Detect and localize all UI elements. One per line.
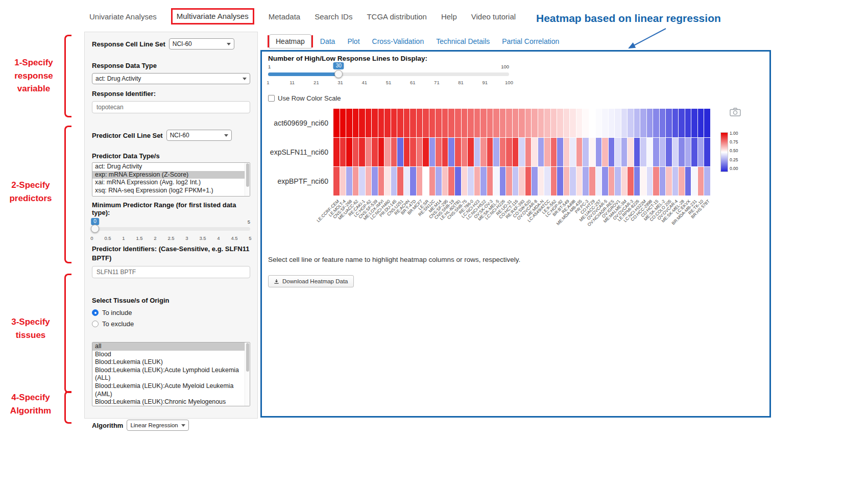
tissue-exclude-radio-row[interactable]: To exclude — [92, 320, 250, 328]
predictor-data-types-listbox[interactable]: act: Drug Activityexp: mRNA Expression (… — [92, 162, 250, 197]
heatmap-cell — [513, 109, 519, 137]
heatmap-cell — [698, 138, 704, 166]
predictor-data-type-option[interactable]: exp: mRNA Expression (Z-Score) — [92, 171, 250, 179]
heatmap-cell — [436, 138, 442, 166]
slider-tick-label: 1.5 — [136, 235, 142, 241]
include-radio-label: To include — [102, 309, 132, 316]
scrollbar-thumb[interactable] — [246, 163, 249, 187]
algorithm-select[interactable]: Linear Regression — [127, 420, 189, 431]
tab-plot[interactable]: Plot — [342, 35, 365, 48]
heatmap-cell — [480, 138, 487, 166]
heatmap-cell — [647, 167, 653, 196]
tissue-option[interactable]: all — [92, 343, 250, 351]
row-color-scale-checkbox[interactable] — [268, 95, 275, 102]
camera-icon[interactable] — [730, 108, 741, 116]
nav-item-tcga-distribution[interactable]: TCGA distribution — [367, 12, 427, 21]
tab-data[interactable]: Data — [315, 35, 341, 48]
heatmap-row-label-act609699-nci60[interactable]: act609699_nci60 — [274, 119, 328, 127]
heatmap-cell — [468, 138, 474, 166]
heatmap-cell — [525, 109, 532, 137]
heatmap-cell — [462, 138, 468, 166]
download-icon — [274, 279, 279, 284]
slider-tick-label: 2 — [154, 235, 156, 241]
heatmap-cell — [384, 109, 391, 137]
heatmap-cell — [366, 138, 372, 166]
tab-technical-details[interactable]: Technical Details — [431, 35, 495, 48]
nav-item-video-tutorial[interactable]: Video tutorial — [471, 12, 516, 21]
heatmap-cell — [423, 138, 429, 166]
tissue-listbox[interactable]: allBloodBlood:Leukemia (LEUK)Blood:Leuke… — [92, 342, 250, 406]
heatmap-cell — [691, 109, 697, 137]
tab-heatmap[interactable]: Heatmap — [269, 34, 311, 48]
predictor-data-type-option[interactable]: act: Drug Activity — [92, 163, 250, 171]
heatmap-cell — [404, 167, 410, 196]
predictor-data-type-option[interactable]: xsq: RNA-seq Expression (log2 FPKM+1.) — [92, 187, 250, 195]
scrollbar[interactable] — [245, 343, 250, 406]
annotation-bracket-1 — [64, 35, 71, 117]
slider-handle[interactable] — [334, 70, 343, 78]
min-predictor-range-slider[interactable]: 0 5 00.511.522.533.544.55 — [92, 218, 250, 242]
heatmap-row-label-expslfn11-nci60[interactable]: expSLFN11_nci60 — [270, 148, 328, 156]
legend-tick-label: 0.25 — [730, 157, 738, 162]
response-identifier-input[interactable] — [92, 101, 250, 113]
chevron-down-icon — [224, 134, 228, 139]
heatmap-cell — [506, 138, 512, 166]
heatmap-cell — [340, 138, 346, 166]
exclude-radio-label: To exclude — [102, 320, 134, 328]
tissue-option[interactable]: Blood:Leukemia (LEUK) — [92, 358, 250, 367]
tissue-option[interactable]: Blood — [92, 351, 250, 359]
lines-slider-label: Number of High/Low Response Lines to Dis… — [268, 55, 427, 62]
nav-item-metadata[interactable]: Metadata — [269, 12, 301, 21]
heatmap-cell — [532, 109, 538, 137]
row-color-scale-row[interactable]: Use Row Color Scale — [268, 94, 341, 102]
tab-cross-validation[interactable]: Cross-Validation — [367, 35, 429, 48]
heatmap-cell — [666, 109, 672, 137]
annotation-bracket-4 — [64, 391, 71, 424]
tissue-option[interactable]: Blood:Leukemia (LEUK):Chronic Myelogenou… — [92, 398, 250, 406]
slider-tick-label: 0 — [90, 235, 93, 241]
heatmap-cell — [417, 167, 423, 196]
exclude-radio[interactable] — [92, 321, 99, 327]
heatmap-cell — [576, 167, 583, 196]
predictor-cell-line-set-select[interactable]: NCI-60 — [166, 130, 232, 141]
heatmap-row-label-expbptf-nci60[interactable]: expBPTF_nci60 — [277, 177, 328, 185]
heatmap-cell — [474, 109, 480, 137]
download-heatmap-data-button[interactable]: Download Heatmap Data — [268, 275, 354, 287]
tissue-include-radio-row[interactable]: To include — [92, 309, 250, 316]
slider-track[interactable] — [92, 227, 250, 231]
include-radio[interactable] — [92, 309, 99, 316]
tissue-option[interactable]: Blood:Leukemia (LEUK):Acute Myeloid Leuk… — [92, 382, 250, 398]
heatmap-cell — [634, 138, 640, 166]
annotation-arrow-icon — [618, 27, 674, 52]
min-predictor-range-label: Minimum Predictor Range (for first liste… — [92, 201, 250, 216]
heatmap-cell — [353, 109, 359, 137]
predictor-identifiers-input[interactable] — [92, 266, 250, 278]
annotation-bracket-3 — [64, 274, 71, 393]
heatmap-cell — [455, 138, 461, 166]
response-data-type-select[interactable]: act: Drug Activity — [92, 73, 250, 84]
tab-partial-correlation[interactable]: Partial Correlation — [497, 35, 564, 48]
lines-display-slider[interactable]: 1 100 30 1112131415161718191100 — [268, 64, 509, 90]
annotation-step-4: 4-Specify Algorithm — [1, 391, 60, 417]
tissue-option[interactable]: Blood:Leukemia (LEUK):Acute Lymphoid Leu… — [92, 367, 250, 382]
nav-item-search-ids[interactable]: Search IDs — [315, 12, 352, 21]
heatmap-cell — [660, 167, 666, 196]
scrollbar[interactable] — [245, 163, 250, 196]
predictor-data-type-option[interactable]: xai: mRNA Expression (Avg. log2 Int.) — [92, 179, 250, 187]
heatmap-cell — [391, 167, 397, 196]
row-color-scale-label: Use Row Color Scale — [278, 94, 341, 102]
heatmap-cell — [602, 138, 608, 166]
legend-tick-label: 0.00 — [730, 166, 738, 171]
nav-item-univariate-analyses[interactable]: Univariate Analyses — [89, 12, 157, 21]
heatmap-cell — [462, 109, 468, 137]
heatmap-cell — [532, 138, 538, 166]
nav-item-help[interactable]: Help — [441, 12, 457, 21]
slider-handle[interactable] — [91, 225, 99, 233]
response-cell-line-set-select[interactable]: NCI-60 — [169, 38, 234, 50]
heatmap-cell — [544, 138, 550, 166]
heatmap-cell — [384, 167, 391, 196]
nav-item-multivariate-analyses[interactable]: Multivariate Analyses — [177, 12, 249, 20]
scrollbar-thumb[interactable] — [246, 343, 249, 372]
heatmap-cell — [340, 167, 346, 196]
algorithm-value: Linear Regression — [130, 422, 178, 428]
